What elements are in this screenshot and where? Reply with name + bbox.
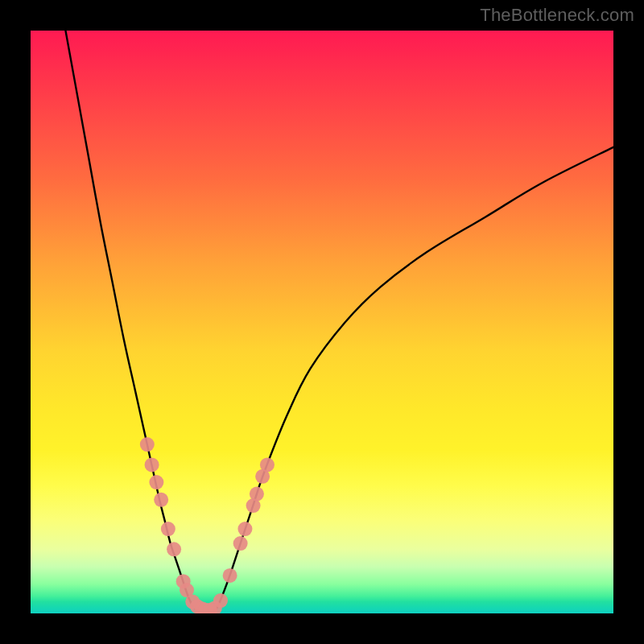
- curve-marker: [233, 536, 248, 551]
- chart-frame: TheBottleneck.com: [0, 0, 644, 644]
- curve-marker: [237, 522, 252, 536]
- chart-svg: [31, 31, 613, 613]
- plot-area: [31, 31, 613, 613]
- curve-group: [65, 31, 613, 611]
- curve-marker: [140, 437, 155, 452]
- curve-marker: [250, 487, 264, 502]
- curve-marker: [149, 475, 163, 489]
- curve-marker: [223, 568, 237, 583]
- curve-marker: [260, 457, 275, 472]
- marker-group: [140, 437, 275, 613]
- attribution-watermark: TheBottleneck.com: [480, 5, 634, 26]
- curve-marker: [167, 542, 181, 556]
- curve-marker: [145, 457, 159, 472]
- curve-marker: [161, 522, 175, 536]
- curve-marker: [154, 493, 168, 507]
- curve-marker: [213, 593, 228, 608]
- bottleneck-curve: [65, 31, 613, 611]
